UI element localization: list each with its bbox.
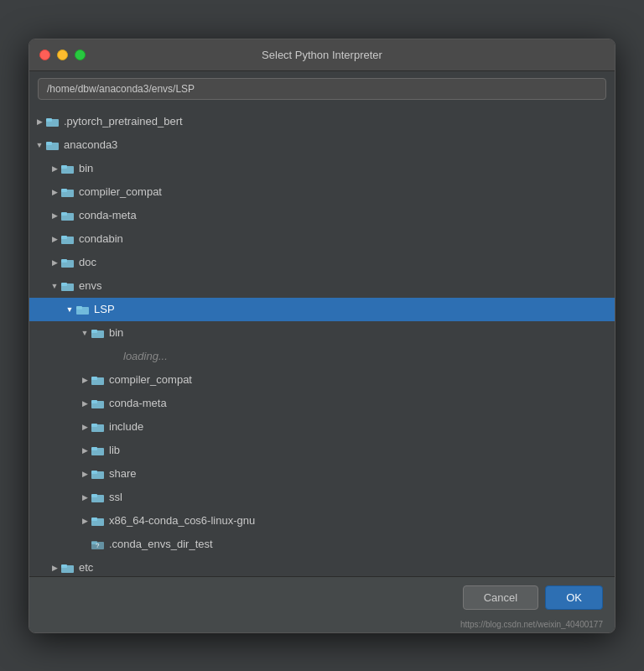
maximize-button[interactable] [75,49,86,60]
folder-icon-lib [91,445,105,456]
arrow-icon-conda_meta1: ▶ [48,209,61,222]
arrow-icon-compiler_compat2: ▶ [78,373,91,387]
item-label-envs: envs [79,279,101,292]
tree-item-anaconda3[interactable]: ▼anaconda3 [29,133,615,157]
arrow-icon-LSP: ▼ [63,303,76,316]
watermark: https://blog.csdn.net/weixin_40400177 [29,618,615,632]
svg-rect-25 [91,424,97,427]
svg-rect-3 [46,142,52,145]
tree-item-compiler_compat1[interactable]: ▶compiler_compat [29,180,615,204]
folder-icon-condabin [61,233,75,245]
svg-rect-17 [76,306,82,309]
tree-item-ssl[interactable]: ▶ssl [29,486,615,509]
svg-rect-9 [61,212,67,216]
tree-item-lib[interactable]: ▶lib [29,439,615,462]
tree-item-conda_meta2[interactable]: ▶conda-meta [29,392,615,415]
svg-rect-5 [61,165,67,169]
item-label-condabin: condabin [79,232,123,245]
item-label-bin1: bin [79,162,93,174]
item-label-ssl: ssl [109,491,122,503]
arrow-icon-share: ▶ [78,467,91,481]
tree-item-envs[interactable]: ▼envs [29,274,615,298]
arrow-icon-doc: ▶ [48,256,61,269]
svg-rect-11 [61,236,67,239]
folder-icon-compiler_compat1 [61,186,75,198]
dialog-footer: Cancel OK [29,576,615,618]
folder-icon-ssl [91,492,105,503]
arrow-icon-x86: ▶ [78,514,91,528]
special-icon-conda_envs: ? [91,538,105,550]
folder-icon-x86 [91,515,105,527]
tree-item-conda_envs[interactable]: ?.conda_envs_dir_test [29,533,615,556]
folder-icon-etc [61,562,75,574]
item-label-bin2: bin [109,326,123,339]
file-tree[interactable]: ▶.pytorch_pretrained_bert▼anaconda3▶bin▶… [29,107,615,576]
item-label-conda_meta2: conda-meta [109,397,167,409]
folder-icon-compiler_compat2 [91,374,105,386]
arrow-icon-bin1: ▶ [48,162,61,175]
arrow-icon-include1: ▶ [78,420,91,434]
arrow-icon-condabin: ▶ [48,232,61,246]
arrow-icon-compiler_compat1: ▶ [48,185,61,199]
folder-icon-share [91,468,105,480]
item-label-x86: x86_64-conda_cos6-linux-gnu [109,514,255,527]
item-label-compiler_compat2: compiler_compat [109,373,192,386]
arrow-icon-ssl: ▶ [78,491,91,504]
tree-item-include1[interactable]: ▶include [29,415,615,439]
tree-item-condabin[interactable]: ▶condabin [29,227,615,251]
arrow-icon-envs: ▼ [48,279,61,293]
folder-icon-LSP [76,304,90,315]
tree-item-compiler_compat2[interactable]: ▶compiler_compat [29,368,615,392]
svg-rect-23 [91,400,97,403]
svg-text:?: ? [96,542,100,549]
tree-item-bin1[interactable]: ▶bin [29,157,615,180]
tree-item-share[interactable]: ▶share [29,462,615,486]
tree-item-LSP[interactable]: ▼LSP [29,298,615,321]
folder-icon-include1 [91,421,105,433]
minimize-button[interactable] [57,49,68,60]
folder-icon-conda_meta2 [91,398,105,409]
ok-button[interactable]: OK [545,585,603,610]
folder-icon-bin2 [91,327,105,339]
item-label-compiler_compat1: compiler_compat [79,185,162,198]
tree-item-conda_meta1[interactable]: ▶conda-meta [29,204,615,227]
tree-item-doc[interactable]: ▶doc [29,251,615,274]
item-label-anaconda3: anaconda3 [64,138,117,151]
svg-rect-15 [61,283,67,286]
svg-rect-38 [61,564,67,568]
item-label-etc: etc [79,561,93,574]
tree-item-etc[interactable]: ▶etc [29,556,615,576]
tree-item-loading[interactable]: loading... [29,345,615,368]
arrow-icon-anaconda3: ▼ [33,138,46,152]
folder-icon-doc [61,257,75,268]
item-label-pytorch: .pytorch_pretrained_bert [64,115,183,127]
tree-item-x86[interactable]: ▶x86_64-conda_cos6-linux-gnu [29,509,615,533]
tree-item-pytorch[interactable]: ▶.pytorch_pretrained_bert [29,110,615,133]
folder-icon-bin1 [61,163,75,174]
item-label-loading: loading... [106,350,168,362]
svg-rect-7 [61,189,67,192]
svg-rect-21 [91,377,97,380]
cancel-button[interactable]: Cancel [463,585,538,610]
arrow-icon-lib: ▶ [78,444,91,457]
item-label-doc: doc [79,256,96,268]
item-label-share: share [109,467,137,480]
svg-rect-1 [46,118,52,122]
traffic-lights [39,49,86,60]
folder-icon-envs [61,280,75,292]
item-label-conda_meta1: conda-meta [79,209,137,221]
folder-icon-anaconda3 [46,139,60,151]
svg-rect-33 [91,518,97,521]
item-label-conda_envs: .conda_envs_dir_test [109,538,213,550]
close-button[interactable] [39,49,50,60]
item-label-include1: include [109,420,143,433]
path-input[interactable]: /home/dbw/anaconda3/envs/LSP [38,78,606,100]
arrow-icon-etc: ▶ [48,561,61,575]
tree-item-bin2[interactable]: ▼bin [29,321,615,345]
svg-rect-27 [91,447,97,450]
item-label-lib: lib [109,444,120,456]
arrow-icon-pytorch: ▶ [33,115,46,128]
svg-rect-19 [91,330,97,333]
svg-rect-13 [61,259,67,263]
title-bar: Select Python Interpreter [29,39,615,71]
